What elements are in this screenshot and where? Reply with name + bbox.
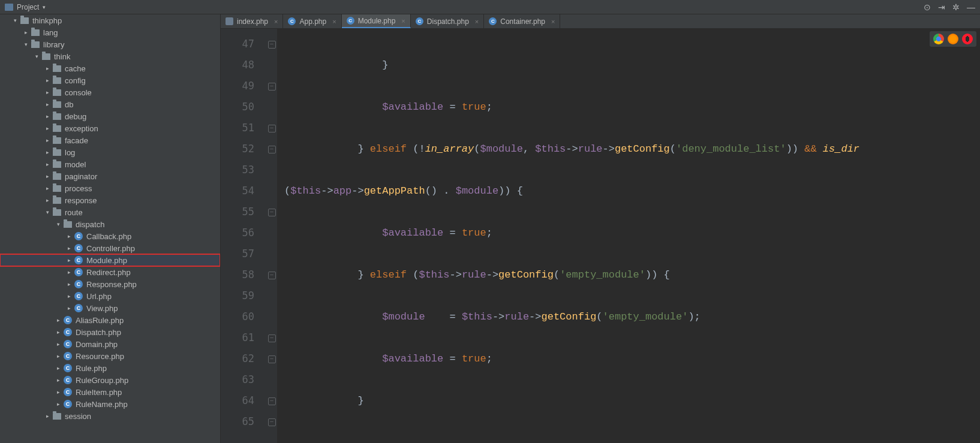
tree-folder[interactable]: thinkphp [0,14,220,26]
project-label[interactable]: Project [17,3,39,11]
tree-folder[interactable]: library [0,38,220,50]
project-tree[interactable]: thinkphp lang library think cacheconfigc… [0,14,221,443]
file-icon [416,17,423,25]
editor-tab[interactable]: Dispatch.php× [411,14,484,28]
editor-tab[interactable]: Container.php× [484,14,560,28]
close-icon[interactable]: × [475,18,479,25]
close-icon[interactable]: × [274,18,278,25]
main-area: thinkphp lang library think cacheconfigc… [0,14,980,443]
tree-folder[interactable]: exception [0,122,220,134]
tree-folder[interactable]: db [0,98,220,110]
fold-column[interactable] [266,29,277,443]
tree-folder[interactable]: config [0,74,220,86]
tree-folder[interactable]: paginator [0,170,220,182]
tree-file[interactable]: RuleItem.php [0,386,220,398]
tree-file[interactable]: Domain.php [0,338,220,350]
tree-folder[interactable]: console [0,86,220,98]
chevron-down-icon[interactable]: ▾ [43,4,46,10]
editor-area: index.php×App.php×Module.php×Dispatch.ph… [221,14,980,443]
close-icon[interactable]: × [551,18,555,25]
top-toolbar: Project ▾ ⊙ ⇥ ✲ — [0,0,980,14]
code-content[interactable]: } $available = true; } elseif (!in_array… [277,29,980,443]
tree-file-module[interactable]: Module.php [0,254,220,266]
tree-file[interactable]: Url.php [0,290,220,302]
tree-folder[interactable]: log [0,146,220,158]
tree-folder[interactable]: facade [0,134,220,146]
collapse-icon[interactable]: ⇥ [938,2,945,12]
close-icon[interactable]: × [332,18,336,25]
file-icon [489,17,497,25]
tree-file[interactable]: RuleGroup.php [0,374,220,386]
tree-file[interactable]: Rule.php [0,362,220,374]
tree-folder[interactable]: session [0,410,220,422]
tree-file[interactable]: Response.php [0,278,220,290]
tree-file[interactable]: RuleName.php [0,398,220,410]
tree-folder[interactable]: model [0,158,220,170]
target-icon[interactable]: ⊙ [924,2,931,12]
close-icon[interactable]: × [401,17,405,25]
tree-folder[interactable]: think [0,50,220,62]
tree-folder-dispatch[interactable]: dispatch [0,218,220,230]
tree-folder[interactable]: process [0,182,220,194]
editor-tab[interactable]: index.php× [221,14,283,28]
file-icon [347,17,354,25]
file-icon [226,17,233,25]
tree-file[interactable]: Resource.php [0,350,220,362]
tree-folder[interactable]: route [0,206,220,218]
tree-folder[interactable]: cache [0,62,220,74]
hide-icon[interactable]: — [967,2,975,12]
tree-folder[interactable]: debug [0,110,220,122]
tree-folder[interactable]: lang [0,26,220,38]
tree-file[interactable]: View.php [0,302,220,314]
tree-file[interactable]: Callback.php [0,230,220,242]
file-icon [288,17,296,25]
tree-file[interactable]: Dispatch.php [0,326,220,338]
tree-folder[interactable]: response [0,194,220,206]
line-gutter: 47484950515253545556575859606162636465 [221,29,266,443]
tree-file[interactable]: Redirect.php [0,266,220,278]
tree-file[interactable]: AliasRule.php [0,314,220,326]
project-icon [5,4,13,11]
editor-tab[interactable]: Module.php× [342,14,411,28]
tree-file[interactable]: Controller.php [0,242,220,254]
editor-tabs: index.php×App.php×Module.php×Dispatch.ph… [221,14,980,29]
editor-tab[interactable]: App.php× [283,14,341,28]
editor-body[interactable]: 47484950515253545556575859606162636465 }… [221,29,980,443]
gear-icon[interactable]: ✲ [952,2,960,12]
